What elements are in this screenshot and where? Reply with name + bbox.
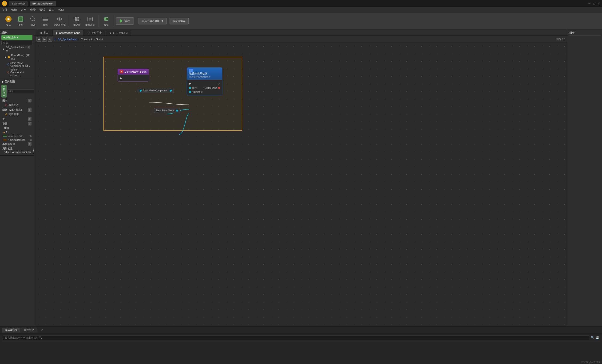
staic-mesh-pin-dot <box>140 90 141 92</box>
exec-in-pin[interactable]: ▶ <box>189 82 191 85</box>
menu-help[interactable]: 帮助 <box>58 8 64 12</box>
menu-edit[interactable]: 编辑 <box>11 8 17 12</box>
bottom-search-input[interactable] <box>3 335 589 340</box>
construction-script-title: Construction Script <box>125 70 147 73</box>
tab-event-graph[interactable]: ⬡ 事件图表 <box>84 30 105 35</box>
add-dispatcher-btn[interactable]: + <box>28 142 32 146</box>
find-button[interactable]: 查找 <box>40 14 51 28</box>
my-blueprints-title: ◼ 我的蓝图 <box>1 79 32 84</box>
bottom-panel: 编译器结果 查找结果 ✕ 🔍 💾 <box>0 326 602 364</box>
new-static-mesh-label: New Static Mesh <box>156 109 174 112</box>
run-button[interactable]: 运行 <box>116 17 134 25</box>
simulate-icon <box>103 15 110 23</box>
class-settings-icon <box>73 15 81 23</box>
section-graphs[interactable]: 图表 + <box>1 98 32 103</box>
save-results-icon[interactable]: 💾 <box>596 336 599 339</box>
section-macros[interactable]: 宏 + <box>1 116 32 121</box>
new-btn[interactable]: + 新增 ▼ <box>1 85 7 97</box>
compile-label: 编译 <box>6 23 11 27</box>
event-graph-item[interactable]: ⬡ 事件图表 <box>1 103 32 107</box>
func-icon: ƒ <box>189 69 193 72</box>
staic-mesh-component-node[interactable]: Staic Mesh Component <box>138 88 174 93</box>
var-icon-green <box>3 136 7 136</box>
var-newstaticmesh[interactable]: NewStaticMesh ⊞ <box>1 138 32 142</box>
class-defaults-button[interactable]: 类默认值 <box>84 14 97 28</box>
staic-mesh-header: Staic Mesh Component <box>138 88 174 93</box>
new-static-mesh-node[interactable]: New Static Mesh <box>154 108 180 113</box>
compiler-results-tab[interactable]: 编译器结果 <box>2 328 21 333</box>
simulate-button[interactable]: 模拟 <box>101 14 112 28</box>
menu-file[interactable]: 文件 <box>2 8 8 12</box>
find-results-tab[interactable]: 查找结果 <box>21 328 37 333</box>
home-button[interactable]: ⌂ <box>48 37 53 42</box>
construction-script-node[interactable]: E Construction Script ▶ <box>118 69 149 82</box>
section-functions[interactable]: 函数（23内置品） + <box>1 107 32 112</box>
tab-t1-template[interactable]: ◈ T1_Template <box>106 30 131 35</box>
section-variables[interactable]: 变量 + <box>1 121 32 126</box>
graph-tab-icon: ⬡ <box>88 31 90 34</box>
bp-search-input[interactable] <box>8 89 34 93</box>
compile-button[interactable]: 编译 <box>3 14 14 28</box>
bp-tab-icon: ƒ <box>56 31 58 34</box>
tree-item-root[interactable]: ▼ ⬢ Root (Root)（继承） <box>1 53 32 61</box>
zoom-level: 缩放 1:1 <box>556 37 566 41</box>
target-label: 目标 <box>192 86 197 90</box>
target-pin-dot <box>189 87 191 89</box>
var-newplayrate[interactable]: NewPlayRate ⊞ <box>1 134 32 138</box>
tree-item-spline[interactable]: ⬡ Spline Component (spline... <box>1 68 32 77</box>
return-value-pin[interactable]: Return Value <box>204 87 220 89</box>
debug-dropdown[interactable]: 未选中调试对象 ▼ <box>139 18 167 24</box>
svg-rect-8 <box>43 19 48 20</box>
set-static-mesh-node[interactable]: ƒ 设置静态网格体 目标是静态网格体组件 ▶ ▷ <box>187 67 222 95</box>
tree-item-bp[interactable]: ▼ BP_SpLinePawn（自身） <box>1 45 32 53</box>
hide-icon <box>56 15 63 23</box>
maximize-btn[interactable]: □ <box>593 2 595 5</box>
close-btn[interactable]: ✕ <box>598 2 600 5</box>
menu-asset[interactable]: 资产 <box>21 8 26 12</box>
section-variables-label: 变量 <box>2 122 8 125</box>
construction-script-item[interactable]: ⚙ 构造脚本 <box>1 112 32 116</box>
var-icon-btn[interactable]: ⊞ <box>30 135 32 137</box>
breadcrumb-sep: › <box>78 38 79 41</box>
tab-construction-script[interactable]: ƒ Construction Scrip <box>53 30 84 35</box>
save-button[interactable]: 保存 <box>15 14 26 28</box>
tree-item-staic-mesh[interactable]: ⬡ Staic Mesh Component (St... <box>1 61 32 68</box>
minimize-btn[interactable]: ─ <box>588 2 591 5</box>
menu-view[interactable]: 查看 <box>30 8 36 12</box>
class-settings-button[interactable]: 类设置 <box>71 14 83 28</box>
add-graph-btn[interactable]: + <box>28 99 32 103</box>
component-search[interactable] <box>1 41 32 45</box>
add-component-button[interactable]: + 添加组件 ▼ <box>1 35 32 40</box>
bottom-clear-btn[interactable]: ✕ <box>39 329 45 332</box>
add-macro-btn[interactable]: + <box>28 117 32 121</box>
section-macros-label: 宏 <box>2 117 5 121</box>
add-variable-btn[interactable]: + <box>28 122 32 125</box>
forward-button[interactable]: ▶ <box>42 37 47 42</box>
tab-bp-splinepawn[interactable]: BP_SpLinePawn* <box>30 1 56 6</box>
tab-splinemap[interactable]: SpLineMap <box>9 1 28 6</box>
new-mesh-pin[interactable]: New Mesh <box>187 90 222 94</box>
debug-filter-btn[interactable]: 调试过滤器 <box>170 18 189 24</box>
bp-canvas[interactable]: E Construction Script ▶ ƒ 设置静态网格体 目标是静态网… <box>34 43 568 364</box>
svg-rect-3 <box>19 17 22 19</box>
section-event-dispatchers[interactable]: 事件分发器 + <box>1 142 32 146</box>
target-pin[interactable]: 目标 <box>189 86 197 90</box>
browse-button[interactable]: 浏览 <box>27 14 39 28</box>
exec-out-pin-right[interactable]: ▷ <box>218 82 220 85</box>
section-components-bp[interactable]: 组件 <box>1 126 32 130</box>
menu-debug[interactable]: 调试 <box>40 8 45 12</box>
breadcrumb-bar: ◀ ▶ ⌂ ƒ BP_SpLinePawn › Construction Scr… <box>34 36 568 43</box>
hide-unrelated-button[interactable]: 隐藏不相关 <box>52 14 67 28</box>
back-button[interactable]: ◀ <box>36 37 41 42</box>
var-t1[interactable]: ● T1 <box>1 130 32 134</box>
browse-label: 浏览 <box>31 23 35 27</box>
menu-window[interactable]: 窗口 <box>49 8 54 12</box>
breadcrumb-bp[interactable]: BP_SpLinePawn <box>58 38 77 41</box>
search-icon[interactable]: 🔍 <box>591 336 594 339</box>
add-function-btn[interactable]: + <box>28 108 32 112</box>
var-icon-btn2[interactable]: ⊞ <box>30 139 32 141</box>
ue-logo: U <box>2 1 7 6</box>
exec-out-pin[interactable]: ▶ <box>120 76 122 80</box>
tab-window[interactable]: ⊞ 窗口 <box>36 30 52 35</box>
section-local-variables[interactable]: 局部变量（UserConstructionScrip... + <box>1 146 32 154</box>
